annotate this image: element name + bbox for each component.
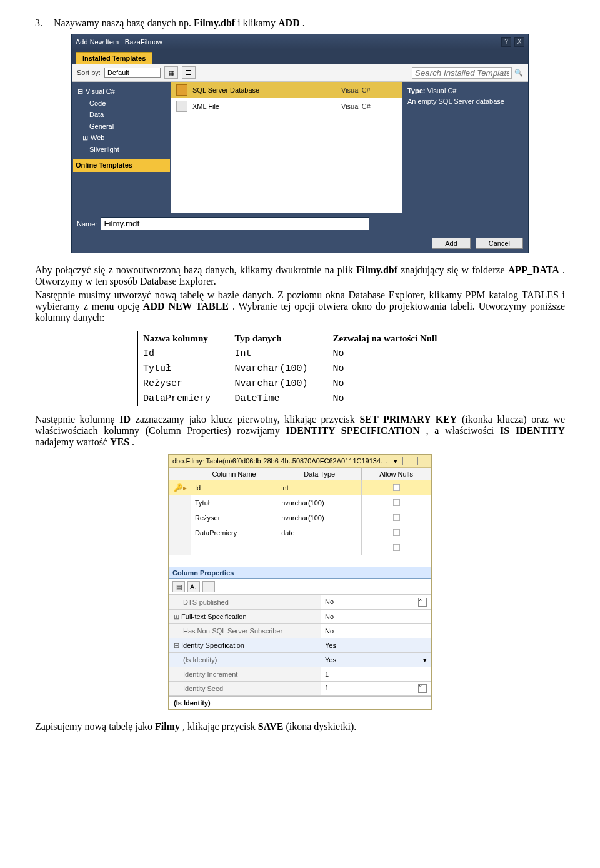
row-selector[interactable] — [169, 495, 191, 510]
prop-row[interactable]: (Is Identity) Yes ▾ — [169, 653, 431, 667]
name-input[interactable] — [101, 217, 369, 230]
sortby-select[interactable]: Default — [104, 68, 161, 78]
paragraph-save: Zapisujemy nową tabelę jako Filmy , klik… — [35, 721, 565, 732]
alphabetize-icon[interactable]: A↓ — [188, 581, 200, 592]
col-name[interactable]: Id — [191, 480, 278, 495]
prop-row[interactable]: DTS-published No˄ — [169, 595, 431, 610]
prop-value[interactable]: No — [321, 610, 431, 624]
prop-value[interactable]: 1 — [321, 667, 431, 682]
database-icon — [176, 84, 188, 96]
template-list[interactable]: SQL Server Database Visual C# XML File V… — [171, 82, 402, 213]
tree-item-label: General — [89, 121, 114, 132]
row-selector[interactable] — [169, 510, 191, 525]
cell: DateTime — [229, 391, 328, 406]
expander-icon[interactable]: ⊟ — [77, 86, 83, 97]
scroll-down-icon[interactable]: ˅ — [418, 684, 427, 693]
row-selector[interactable] — [169, 525, 191, 540]
window-close-icon[interactable] — [418, 457, 428, 465]
scroll-up-icon[interactable]: ˄ — [418, 598, 427, 607]
expander-icon[interactable]: ⊞ — [173, 613, 179, 621]
table-row: Reżyser Nvarchar(100) No — [138, 376, 462, 391]
table-row: Id Int No — [138, 346, 462, 361]
table-designer: dbo.Filmy: Table(m\6f0d06db-28b6-4b..508… — [168, 454, 432, 710]
template-sql-database[interactable]: SQL Server Database Visual C# — [171, 82, 402, 98]
allow-nulls-checkbox[interactable] — [362, 540, 431, 555]
paragraph-primary-key: Następnie kolumnę ID zaznaczamy jako klu… — [35, 414, 565, 448]
tree-item-label: Data — [89, 109, 104, 120]
col-type-header: Data Type — [278, 468, 362, 480]
designer-row[interactable]: Reżyser nvarchar(100) — [169, 510, 431, 525]
rowheader-blank — [169, 468, 191, 480]
designer-tab[interactable]: dbo.Filmy: Table(m\6f0d06db-28b6-4b..508… — [169, 455, 431, 468]
spec-header-null: Zezwalaj na wartości Null — [328, 331, 462, 346]
template-name: SQL Server Database — [192, 86, 336, 94]
tab-installed-templates[interactable]: Installed Templates — [76, 52, 152, 64]
col-null-header: Allow Nulls — [362, 468, 431, 480]
chevron-down-icon[interactable]: ▾ — [423, 656, 427, 664]
col-type[interactable]: date — [278, 525, 362, 540]
allow-nulls-checkbox[interactable] — [362, 525, 431, 540]
allow-nulls-checkbox[interactable] — [362, 495, 431, 510]
add-button[interactable]: Add — [432, 238, 471, 249]
template-xml-file[interactable]: XML File Visual C# — [171, 98, 402, 114]
tree-data[interactable]: Data — [73, 109, 170, 121]
para-text: , a właściwości — [426, 425, 501, 436]
prop-row[interactable]: Identity Increment 1 — [169, 667, 431, 682]
tree-online-templates[interactable]: Online Templates — [73, 159, 170, 172]
col-name[interactable]: Reżyser — [191, 510, 278, 525]
designer-row[interactable]: Tytuł nvarchar(100) — [169, 495, 431, 510]
search-input[interactable] — [412, 67, 512, 79]
type-label: Type: — [408, 87, 426, 94]
prop-value[interactable]: No˄ — [321, 595, 431, 610]
col-type[interactable]: int — [278, 480, 362, 495]
cancel-button[interactable]: Cancel — [476, 238, 523, 249]
prop-row[interactable]: Identity Seed 1˅ — [169, 682, 431, 696]
chevron-down-icon[interactable]: ▾ — [394, 457, 398, 465]
template-tree[interactable]: ⊟ Visual C# Code Data General ⊞ Web Silv… — [72, 82, 171, 213]
search-icon[interactable]: 🔍 — [514, 69, 523, 77]
sortby-label: Sort by: — [77, 69, 101, 76]
props-btn[interactable] — [202, 581, 215, 592]
prop-value[interactable]: No — [321, 624, 431, 638]
prop-row[interactable]: Has Non-SQL Server Subscriber No — [169, 624, 431, 638]
prop-row[interactable]: ⊞ Full-text Specification No — [169, 610, 431, 624]
tree-web[interactable]: ⊞ Web — [73, 132, 170, 144]
prop-key: (Is Identity) — [169, 653, 321, 667]
allow-nulls-checkbox[interactable] — [362, 480, 431, 495]
view-small-icon[interactable]: ▦ — [164, 66, 178, 79]
prop-value[interactable]: 1˅ — [321, 682, 431, 696]
col-name[interactable] — [191, 540, 278, 555]
props-grid[interactable]: DTS-published No˄ ⊞ Full-text Specificat… — [169, 595, 431, 696]
designer-grid[interactable]: Column Name Data Type Allow Nulls 🔑▸ Id … — [169, 468, 431, 555]
row-selector[interactable] — [169, 540, 191, 555]
designer-row-empty[interactable] — [169, 540, 431, 555]
prop-value[interactable]: Yes — [321, 638, 431, 653]
col-name[interactable]: DataPremiery — [191, 525, 278, 540]
close-icon[interactable]: X — [514, 37, 524, 47]
col-type[interactable]: nvarchar(100) — [278, 495, 362, 510]
tree-visual-csharp[interactable]: ⊟ Visual C# — [73, 86, 170, 98]
tree-general[interactable]: General — [73, 121, 170, 133]
expander-icon[interactable]: ⊟ — [173, 642, 179, 650]
col-type[interactable] — [278, 540, 362, 555]
help-icon[interactable]: ? — [501, 37, 511, 47]
prop-key: Identity Seed — [169, 682, 321, 696]
prop-key: DTS-published — [169, 595, 321, 610]
window-button[interactable] — [402, 457, 412, 465]
tree-silverlight[interactable]: Silverlight — [73, 144, 170, 156]
step-text-1: Nazywamy naszą bazę danych np. — [54, 18, 194, 28]
paragraph-connect: Aby połączyć się z nowoutworzoną bazą da… — [35, 265, 565, 287]
para-text: znajdujący się w folderze — [401, 265, 508, 275]
expander-icon[interactable]: ⊞ — [82, 133, 88, 143]
designer-row[interactable]: 🔑▸ Id int — [169, 480, 431, 495]
designer-row[interactable]: DataPremiery date — [169, 525, 431, 540]
step-bold-2: ADD — [278, 18, 300, 28]
prop-value[interactable]: Yes ▾ — [321, 653, 431, 667]
tree-code[interactable]: Code — [73, 98, 170, 109]
col-type[interactable]: nvarchar(100) — [278, 510, 362, 525]
col-name[interactable]: Tytuł — [191, 495, 278, 510]
allow-nulls-checkbox[interactable] — [362, 510, 431, 525]
view-list-icon[interactable]: ☰ — [182, 66, 196, 79]
categorize-icon[interactable]: ▤ — [172, 581, 185, 592]
prop-row[interactable]: ⊟ Identity Specification Yes — [169, 638, 431, 653]
